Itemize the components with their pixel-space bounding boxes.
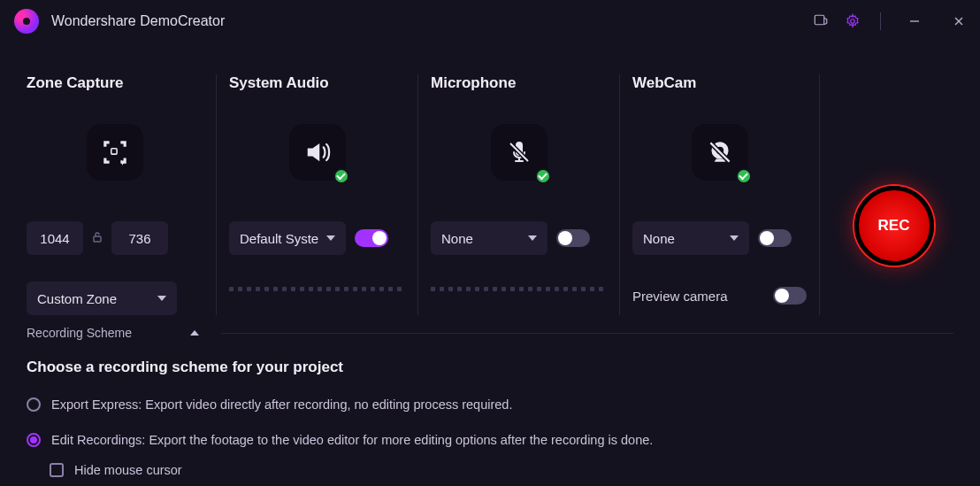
mic-select[interactable]: None xyxy=(431,221,547,255)
titlebar-actions xyxy=(813,7,973,35)
preview-toggle[interactable] xyxy=(773,287,807,305)
preview-row: Preview camera xyxy=(632,287,807,305)
preview-label: Preview camera xyxy=(632,289,728,304)
zone-width-input[interactable]: 1044 xyxy=(27,221,83,255)
edit-video-icon[interactable] xyxy=(813,13,829,29)
status-ok-icon xyxy=(736,168,752,184)
svg-rect-5 xyxy=(111,149,117,154)
mic-toggle[interactable] xyxy=(556,229,590,247)
panel-webcam: WebCam None Preview camera xyxy=(620,74,820,315)
app-title: Wondershare DemoCreator xyxy=(51,13,225,29)
audio-level-meter xyxy=(229,287,405,291)
system-audio-toggle[interactable] xyxy=(355,229,388,247)
chevron-down-icon xyxy=(730,235,739,241)
chevron-down-icon xyxy=(326,235,335,241)
checkbox-label: Hide mouse cursor xyxy=(74,463,182,477)
scheme-option-edit[interactable]: Edit Recordings: Export the footage to t… xyxy=(27,433,953,447)
radio-selected-icon xyxy=(27,433,41,447)
zone-size-row: 1044 736 xyxy=(27,221,203,255)
svg-point-1 xyxy=(851,19,855,24)
checkbox-icon xyxy=(50,463,64,477)
capture-panels: Zone Capture 1044 736 Custom Zone System… xyxy=(0,42,980,315)
svg-rect-6 xyxy=(94,236,101,242)
panel-zone-capture: Zone Capture 1044 736 Custom Zone xyxy=(27,74,217,315)
divider xyxy=(221,333,953,334)
app-logo-icon xyxy=(14,9,39,34)
speaker-icon[interactable] xyxy=(289,124,346,181)
scheme-header-label: Recording Scheme xyxy=(27,326,132,340)
cam-row: None xyxy=(632,221,807,255)
system-audio-row: Default Syste xyxy=(229,221,405,255)
minimize-button[interactable] xyxy=(900,7,929,35)
mic-value: None xyxy=(441,231,473,246)
titlebar: Wondershare DemoCreator xyxy=(0,0,980,42)
divider xyxy=(880,12,881,30)
option-label: Export Express: Export video directly af… xyxy=(51,397,512,412)
webcam-disabled-icon[interactable] xyxy=(692,124,748,181)
panel-microphone: Microphone None xyxy=(418,74,620,315)
cam-value: None xyxy=(643,231,675,246)
close-button[interactable] xyxy=(945,7,973,35)
cam-select[interactable]: None xyxy=(632,221,749,255)
recording-scheme-section: Recording Scheme Choose a recording sche… xyxy=(0,315,980,477)
status-ok-icon xyxy=(535,168,551,184)
panel-title: Microphone xyxy=(431,74,607,92)
zone-capture-icon[interactable] xyxy=(87,124,143,181)
radio-icon xyxy=(27,397,41,412)
settings-gear-icon[interactable] xyxy=(845,13,861,29)
chevron-down-icon xyxy=(528,235,537,241)
mic-row: None xyxy=(431,221,607,255)
record-label: REC xyxy=(878,217,910,235)
system-audio-select[interactable]: Default Syste xyxy=(229,221,346,255)
record-button[interactable]: REC xyxy=(854,186,934,266)
scheme-title: Choose a recording scheme for your proje… xyxy=(27,359,953,376)
microphone-muted-icon[interactable] xyxy=(491,124,547,181)
mic-level-meter xyxy=(431,287,607,291)
panel-record: REC xyxy=(820,74,980,315)
zone-preset-value: Custom Zone xyxy=(37,291,117,306)
system-audio-value: Default Syste xyxy=(240,231,318,246)
panel-system-audio: System Audio Default Syste xyxy=(217,74,418,315)
caret-up-icon xyxy=(190,330,199,336)
status-ok-icon xyxy=(333,168,349,184)
zone-preset-select[interactable]: Custom Zone xyxy=(27,282,177,315)
chevron-down-icon xyxy=(157,296,166,301)
lock-icon[interactable] xyxy=(92,231,103,246)
cam-toggle[interactable] xyxy=(758,229,792,247)
panel-title: Zone Capture xyxy=(27,74,203,92)
panel-title: System Audio xyxy=(229,74,405,92)
scheme-option-express[interactable]: Export Express: Export video directly af… xyxy=(27,397,953,412)
option-label: Edit Recordings: Export the footage to t… xyxy=(51,433,653,447)
hide-cursor-checkbox[interactable]: Hide mouse cursor xyxy=(50,463,953,477)
zone-height-input[interactable]: 736 xyxy=(111,221,168,255)
panel-title: WebCam xyxy=(632,74,807,92)
svg-rect-0 xyxy=(815,15,824,25)
